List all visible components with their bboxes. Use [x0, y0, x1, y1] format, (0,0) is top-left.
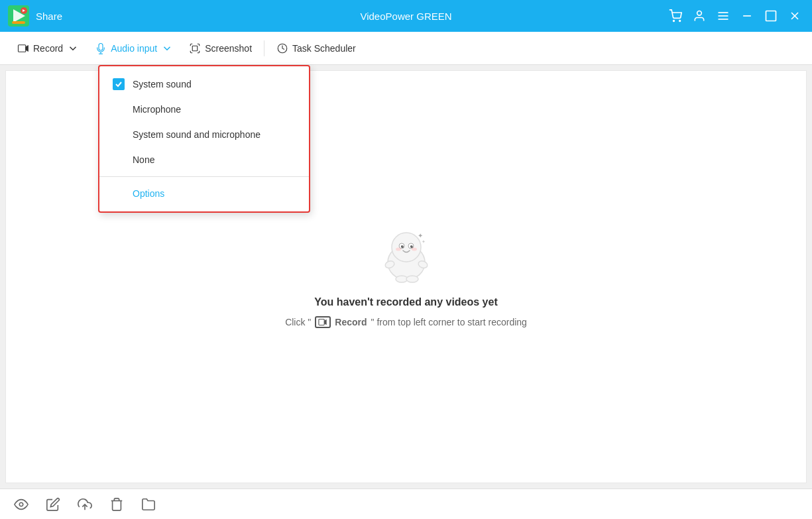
record-chevron-icon — [67, 42, 79, 54]
system-sound-label: System sound — [133, 79, 192, 89]
system-sound-microphone-label: System sound and microphone — [133, 129, 261, 140]
svg-point-22 — [392, 233, 421, 262]
preview-icon[interactable] — [13, 496, 29, 512]
none-checkbox-empty — [113, 154, 125, 166]
audio-input-chevron-icon — [161, 42, 173, 54]
menu-icon[interactable] — [714, 7, 732, 25]
none-label: None — [133, 154, 154, 165]
audio-input-button[interactable]: Audio input — [88, 38, 180, 58]
dropdown-item-system-sound[interactable]: System sound — [99, 72, 309, 97]
dropdown-container: System sound Microphone System sound and… — [98, 65, 310, 213]
record-button[interactable]: Record — [11, 38, 86, 58]
titlebar: Share VideoPower GREEN — [0, 0, 812, 32]
dropdown-item-microphone[interactable]: Microphone — [99, 97, 309, 122]
svg-point-36 — [406, 276, 418, 282]
edit-icon[interactable] — [45, 496, 61, 512]
folder-icon[interactable] — [141, 496, 156, 512]
screenshot-icon — [189, 42, 201, 54]
dropdown-item-options[interactable]: Options — [99, 181, 309, 206]
upload-icon[interactable] — [77, 496, 93, 512]
bottombar — [0, 489, 812, 519]
empty-state-hint: Click " Record " from top left corner to… — [285, 316, 527, 328]
task-scheduler-button[interactable]: Task Scheduler — [270, 38, 363, 58]
svg-rect-19 — [192, 46, 198, 51]
record-icon — [17, 42, 29, 54]
options-space — [113, 188, 125, 200]
user-icon[interactable] — [690, 7, 709, 25]
svg-point-27 — [402, 245, 404, 247]
svg-point-7 — [697, 11, 702, 16]
window-controls — [666, 7, 804, 25]
empty-state-title: You haven't recorded any videos yet — [314, 296, 497, 308]
audio-input-label: Audio input — [111, 43, 157, 54]
trash-icon[interactable] — [109, 496, 125, 512]
dropdown-item-system-sound-microphone[interactable]: System sound and microphone — [99, 122, 309, 147]
maximize-button[interactable] — [762, 7, 780, 25]
microphone-label: Microphone — [133, 104, 181, 115]
screenshot-label: Screenshot — [205, 43, 252, 54]
hint-record-label: Record — [335, 317, 367, 327]
cart-icon[interactable] — [666, 7, 685, 25]
task-scheduler-icon — [276, 42, 288, 54]
close-button[interactable] — [785, 7, 804, 25]
svg-rect-37 — [319, 319, 324, 325]
system-sound-microphone-checkbox-empty — [113, 129, 125, 141]
microphone-checkbox-empty — [113, 103, 125, 115]
svg-text:✦: ✦ — [422, 239, 426, 244]
dropdown-item-none[interactable]: None — [99, 147, 309, 172]
mascot-illustration: ✦ ✦ — [377, 226, 436, 286]
audio-input-icon — [95, 42, 107, 54]
minimize-button[interactable] — [738, 7, 756, 25]
svg-point-5 — [673, 21, 675, 22]
svg-point-39 — [19, 502, 23, 506]
svg-rect-15 — [19, 44, 26, 52]
task-scheduler-label: Task Scheduler — [292, 43, 356, 54]
toolbar-divider — [264, 40, 264, 56]
svg-point-6 — [679, 21, 681, 22]
hint-record-icon — [315, 316, 331, 328]
hint-suffix: " from top left corner to start recordin… — [371, 317, 527, 327]
svg-rect-2 — [12, 21, 25, 24]
screenshot-button[interactable]: Screenshot — [182, 38, 259, 58]
svg-rect-12 — [766, 11, 776, 21]
toolbar: Record Audio input Screensho — [0, 32, 812, 65]
record-label: Record — [33, 43, 63, 54]
system-sound-checkbox[interactable] — [113, 78, 125, 90]
svg-point-30 — [412, 247, 417, 251]
svg-text:✦: ✦ — [418, 232, 423, 239]
hint-prefix: Click " — [285, 317, 311, 327]
audio-dropdown-menu: System sound Microphone System sound and… — [98, 65, 310, 213]
svg-point-29 — [396, 247, 401, 251]
share-label[interactable]: Share — [36, 11, 62, 22]
svg-point-28 — [412, 245, 413, 247]
options-label: Options — [133, 188, 164, 199]
app-title: VideoPower GREEN — [360, 11, 451, 22]
dropdown-divider — [99, 176, 309, 177]
app-logo — [8, 5, 29, 27]
